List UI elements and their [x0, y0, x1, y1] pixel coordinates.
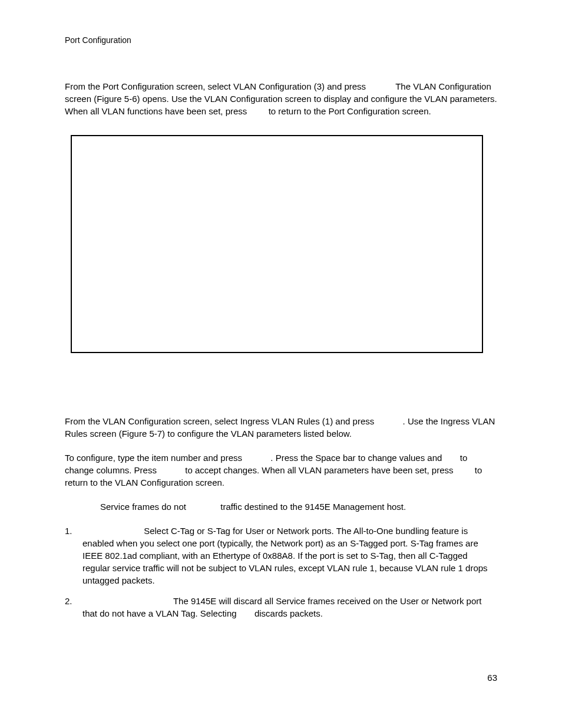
page-number: 63 — [65, 673, 497, 683]
intro-paragraph-2: From the VLAN Configuration screen, sele… — [65, 415, 497, 440]
text-fragment: From the Port Configuration screen, sele… — [65, 81, 368, 91]
document-page: Port Configuration From the Port Configu… — [0, 0, 562, 712]
list-item-2: 2. The 9145E will discard all Service fr… — [65, 595, 497, 620]
list-body: The 9145E will discard all Service frame… — [82, 595, 497, 620]
list-number: 1. — [65, 525, 82, 587]
text-fragment: traffic destined to the 9145E Management… — [220, 502, 406, 512]
note-block: Service frames do not traffic destined t… — [100, 500, 454, 513]
text-fragment: discards packets. — [254, 608, 323, 618]
figure-5-6-box — [71, 135, 483, 353]
list-item-1: 1. Select C-Tag or S-Tag for User or Net… — [65, 525, 497, 587]
page-header: Port Configuration — [65, 35, 497, 45]
intro-paragraph-1: From the Port Configuration screen, sele… — [65, 80, 497, 117]
text-fragment: To configure, type the item number and p… — [65, 453, 244, 463]
text-fragment: From the VLAN Configuration screen, sele… — [65, 416, 376, 426]
text-fragment: . Press the Space bar to change values a… — [270, 453, 444, 463]
text-fragment: Select C-Tag or S-Tag for User or Networ… — [82, 526, 488, 585]
text-fragment: Service frames do not — [100, 502, 189, 512]
text-fragment: to accept changes. When all VLAN paramet… — [185, 465, 455, 475]
intro-paragraph-3: To configure, type the item number and p… — [65, 452, 497, 489]
list-body: Select C-Tag or S-Tag for User or Networ… — [82, 525, 497, 587]
list-number: 2. — [65, 595, 82, 620]
text-fragment: to return to the Port Configuration scre… — [269, 106, 431, 116]
spacing — [65, 371, 497, 415]
